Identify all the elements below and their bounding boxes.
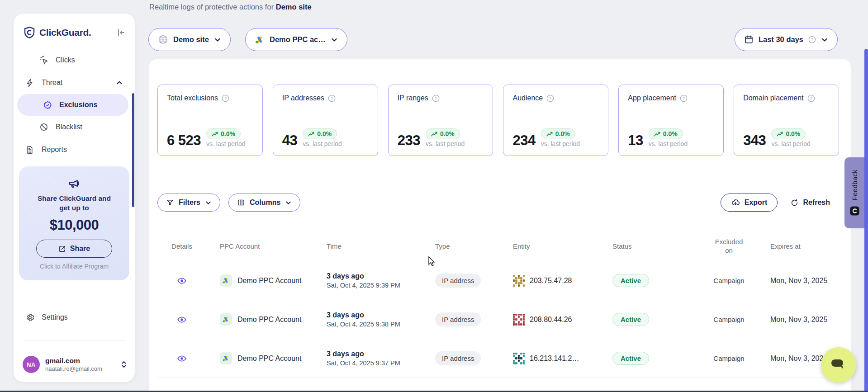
export-button-label: Export bbox=[745, 198, 768, 207]
google-ads-icon bbox=[255, 35, 265, 45]
feedback-tab-label: Feedback bbox=[851, 170, 859, 200]
chevron-down-icon bbox=[214, 36, 221, 43]
sidebar-scrollbar[interactable] bbox=[132, 93, 134, 207]
view-details-eye-icon[interactable] bbox=[177, 276, 187, 286]
sidebar-item-clicks[interactable]: Clicks bbox=[14, 49, 135, 71]
stat-card-audience: Audience ? 234 0.0% vs. last period bbox=[503, 85, 608, 156]
account-email: naatali.ro@gmail.com bbox=[45, 365, 120, 373]
help-icon[interactable]: ? bbox=[808, 36, 816, 43]
trend-badge: 0.0% bbox=[303, 128, 337, 139]
type-chip: IP address bbox=[435, 312, 481, 326]
promo-caption: Click to Affiliate Program bbox=[40, 263, 109, 270]
help-icon[interactable]: ? bbox=[807, 94, 815, 102]
svg-text:?: ? bbox=[331, 96, 333, 100]
sidebar-item-blacklist[interactable]: Blacklist bbox=[14, 116, 135, 138]
date-range-selector[interactable]: Last 30 days ? bbox=[735, 28, 838, 51]
columns-button[interactable]: Columns bbox=[228, 194, 300, 212]
type-chip: IP address bbox=[435, 351, 481, 365]
help-icon[interactable]: ? bbox=[222, 94, 229, 102]
trend-badge: 0.0% bbox=[206, 128, 241, 139]
chevron-down-icon bbox=[331, 36, 338, 43]
svg-text:?: ? bbox=[435, 96, 437, 100]
stat-card-app-placement: App placement ? 13 0.0% vs. last period bbox=[618, 85, 724, 156]
feedback-tab[interactable]: Feedback bbox=[844, 157, 865, 228]
entity-identicon bbox=[513, 275, 525, 287]
entity-value: 16.213.141.2… bbox=[530, 354, 579, 363]
sidebar-item-label: Clicks bbox=[56, 56, 75, 64]
sidebar-item-reports[interactable]: Reports bbox=[14, 138, 135, 161]
calendar-icon bbox=[744, 35, 754, 44]
column-header-time: Time bbox=[327, 242, 342, 250]
filters-button-label: Filters bbox=[179, 198, 200, 207]
account-switcher[interactable]: NA gmail.com naatali.ro@gmail.com bbox=[23, 351, 128, 378]
sidebar-item-threat[interactable]: Threat bbox=[14, 71, 135, 94]
external-link-icon bbox=[58, 245, 66, 253]
stat-value: 343 bbox=[743, 134, 766, 147]
svg-text:?: ? bbox=[811, 38, 813, 42]
ppc-account-selector[interactable]: Demo PPC ac… bbox=[245, 28, 347, 51]
site-selector-label: Demo site bbox=[173, 35, 209, 44]
subtitle-text: Realtime logs of protective actions for bbox=[149, 3, 276, 11]
stat-label: IP addresses bbox=[282, 94, 324, 102]
columns-button-label: Columns bbox=[250, 198, 280, 207]
expires-at-value: Mon, Nov 3, 2025 bbox=[770, 354, 827, 363]
time-absolute: Sat, Oct 4, 2025 9:38 PM bbox=[327, 320, 400, 329]
share-button[interactable]: Share bbox=[36, 240, 112, 258]
stat-value: 13 bbox=[628, 134, 643, 147]
help-icon[interactable]: ? bbox=[680, 94, 688, 102]
view-details-eye-icon[interactable] bbox=[177, 354, 187, 364]
filters-button[interactable]: Filters bbox=[157, 194, 220, 212]
entity-value: 203.75.47.28 bbox=[530, 277, 572, 285]
column-header-status: Status bbox=[612, 242, 632, 250]
trend-caption: vs. last period bbox=[541, 140, 580, 147]
stat-value: 43 bbox=[282, 134, 297, 147]
refresh-button[interactable]: Refresh bbox=[790, 198, 830, 207]
column-header-ppc-account: PPC Account bbox=[220, 242, 260, 250]
trend-up-icon bbox=[431, 132, 437, 137]
view-details-eye-icon[interactable] bbox=[177, 315, 187, 325]
help-icon[interactable]: ? bbox=[328, 94, 336, 102]
account-name: gmail.com bbox=[45, 356, 120, 365]
logo-wordmark[interactable]: ClickGuard. bbox=[39, 27, 117, 38]
stat-card-ip-addresses: IP addresses ? 43 0.0% vs. last period bbox=[273, 85, 378, 156]
lightning-icon bbox=[25, 78, 35, 88]
page-scrollbar[interactable] bbox=[864, 49, 868, 392]
chevron-up-icon[interactable] bbox=[116, 79, 123, 86]
sidebar-nav: Clicks Threat Exclusions bbox=[14, 49, 135, 161]
chevron-down-icon bbox=[285, 199, 292, 206]
exclusions-table: Details PPC Account Time Type Entity Sta… bbox=[157, 231, 840, 392]
stats-row: Total exclusions ? 6 523 0.0% vs. last p… bbox=[157, 85, 839, 156]
sidebar-item-label: Exclusions bbox=[59, 101, 97, 109]
type-chip: IP address bbox=[435, 274, 481, 288]
sidebar-collapse-icon[interactable] bbox=[117, 28, 126, 37]
site-selector[interactable]: Demo site bbox=[148, 28, 231, 51]
expires-at-value: Mon, Nov 3, 2025 bbox=[770, 277, 827, 285]
svg-text:?: ? bbox=[810, 96, 812, 100]
feedback-logo-icon bbox=[849, 206, 860, 216]
sidebar-item-settings[interactable]: Settings bbox=[14, 306, 135, 329]
status-badge: Active bbox=[612, 274, 649, 287]
sidebar-item-exclusions[interactable]: Exclusions bbox=[17, 94, 128, 116]
columns-icon bbox=[237, 198, 245, 207]
column-header-entity: Entity bbox=[513, 242, 530, 250]
chat-widget-button[interactable] bbox=[821, 347, 856, 383]
expires-at-value: Mon, Nov 3, 2025 bbox=[770, 316, 827, 324]
sidebar-item-label: Blacklist bbox=[56, 123, 82, 131]
help-icon[interactable]: ? bbox=[432, 94, 440, 102]
cloud-download-icon bbox=[731, 198, 740, 207]
svg-text:?: ? bbox=[224, 96, 227, 100]
trend-up-icon bbox=[777, 132, 783, 137]
entity-identicon bbox=[513, 314, 525, 326]
entity-value: 208.80.44.26 bbox=[530, 316, 572, 324]
stat-card-domain-placement: Domain placement ? 343 0.0% vs. last per… bbox=[734, 85, 839, 156]
column-header-details: Details bbox=[171, 242, 192, 250]
stat-value: 233 bbox=[398, 134, 420, 147]
page-subtitle: Realtime logs of protective actions for … bbox=[149, 3, 312, 11]
help-icon[interactable]: ? bbox=[546, 94, 554, 102]
main-content-card: Total exclusions ? 6 523 0.0% vs. last p… bbox=[149, 59, 851, 392]
status-badge: Active bbox=[612, 313, 649, 326]
stat-label: Total exclusions bbox=[167, 94, 218, 102]
column-header-expires-at: Expires at bbox=[770, 242, 801, 250]
export-button[interactable]: Export bbox=[721, 194, 778, 212]
entity-identicon bbox=[513, 353, 525, 364]
